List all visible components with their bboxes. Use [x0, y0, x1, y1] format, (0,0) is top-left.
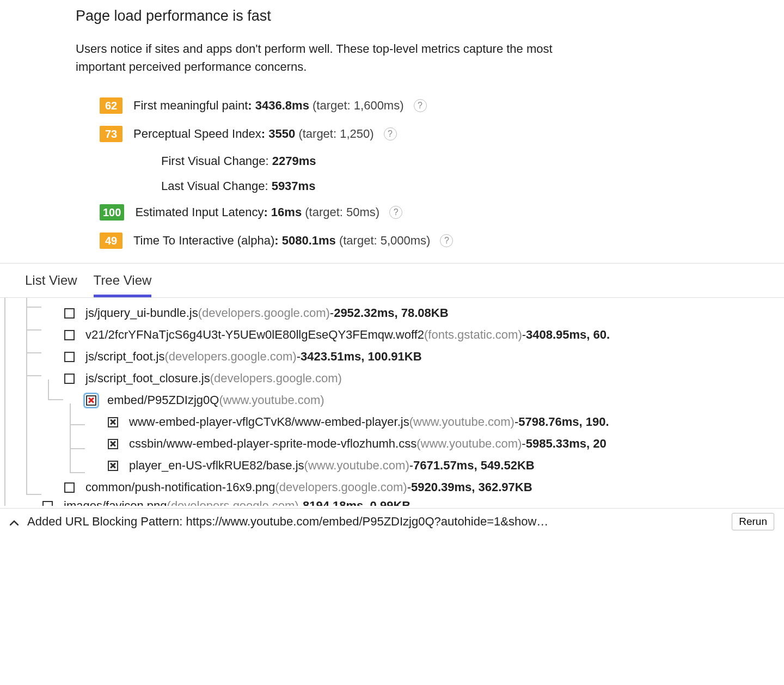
block-checkbox[interactable] [42, 501, 53, 506]
tree-row: v21/2fcrYFNaTjcS6g4U3t-Y5UEw0lE80llgEseQ… [22, 324, 784, 346]
file-path: player_en-US-vflkRUE82/base.js [129, 458, 304, 473]
block-checkbox[interactable] [64, 482, 75, 493]
metric-row: 62 First meaningful paint: 3436.8ms (tar… [100, 97, 784, 114]
help-icon[interactable]: ? [384, 127, 397, 140]
score-badge: 62 [100, 97, 122, 114]
file-domain: (developers.google.com) [165, 350, 297, 364]
block-checkbox[interactable] [108, 417, 118, 427]
tree-view-panel: js/jquery_ui-bundle.js (developers.googl… [0, 298, 784, 506]
block-checkbox[interactable] [108, 439, 118, 449]
metric-sub-row: Last Visual Change: 5937ms [100, 179, 784, 193]
file-path: images/favicon.png [64, 499, 167, 506]
tab-tree-view[interactable]: Tree View [94, 264, 152, 297]
chevron-up-icon[interactable] [10, 516, 19, 528]
metric-row: 73 Perceptual Speed Index: 3550 (target:… [100, 126, 784, 142]
block-checkbox[interactable] [86, 395, 96, 406]
tabs-bar: List View Tree View [0, 263, 784, 298]
file-domain: (fonts.gstatic.com) [424, 328, 522, 342]
file-path: cssbin/www-embed-player-sprite-mode-vflo… [129, 437, 416, 451]
file-timing: 3423.51ms, 100.91KB [301, 350, 422, 364]
metrics-list: 62 First meaningful paint: 3436.8ms (tar… [76, 97, 784, 249]
tree-row: js/script_foot.js (developers.google.com… [22, 346, 784, 368]
tree-row: images/favicon.png (developers.google.co… [22, 498, 784, 506]
file-domain: (www.youtube.com) [416, 437, 522, 451]
metric-sub-row: First Visual Change: 2279ms [100, 154, 784, 168]
score-badge: 100 [100, 204, 124, 221]
file-path: common/push-notification-16x9.png [85, 480, 275, 494]
block-checkbox[interactable] [64, 374, 75, 384]
file-domain: (developers.google.com) [198, 306, 330, 320]
score-badge: 73 [100, 126, 122, 142]
file-path: js/jquery_ui-bundle.js [85, 306, 198, 320]
tree-row: embed/P95ZDIzjg0Q (www.youtube.com) [22, 389, 784, 411]
rerun-button[interactable]: Rerun [732, 513, 774, 530]
tree-row: www-embed-player-vflgCTvK8/www-embed-pla… [22, 411, 784, 433]
metric-text: First meaningful paint: 3436.8ms (target… [133, 99, 427, 113]
page-description: Users notice if sites and apps don't per… [76, 40, 587, 76]
file-timing: 5798.76ms, 190. [518, 415, 609, 429]
file-domain: (www.youtube.com) [304, 458, 409, 473]
block-checkbox[interactable] [64, 308, 75, 319]
metric-text: Perceptual Speed Index: 3550 (target: 1,… [133, 127, 397, 141]
status-bar: Added URL Blocking Pattern: https://www.… [0, 508, 784, 535]
score-badge: 49 [100, 233, 122, 249]
tree-row: cssbin/www-embed-player-sprite-mode-vflo… [22, 433, 784, 455]
tree-row: common/push-notification-16x9.png (devel… [22, 476, 784, 498]
metric-text: Estimated Input Latency: 16ms (target: 5… [135, 205, 402, 219]
tree-row: player_en-US-vflkRUE82/base.js (www.yout… [22, 455, 784, 476]
file-path: www-embed-player-vflgCTvK8/www-embed-pla… [129, 415, 409, 429]
help-icon[interactable]: ? [414, 99, 427, 112]
file-domain: (developers.google.com) [275, 480, 407, 494]
metric-text: Time To Interactive (alpha): 5080.1ms (t… [133, 234, 453, 248]
file-domain: (www.youtube.com) [409, 415, 514, 429]
tree-row: js/jquery_ui-bundle.js (developers.googl… [22, 302, 784, 324]
file-timing: 5920.39ms, 362.97KB [411, 480, 532, 494]
status-text: Added URL Blocking Pattern: https://www.… [27, 515, 723, 529]
file-timing: 8194.18ms, 0.99KB [303, 499, 411, 506]
file-path: v21/2fcrYFNaTjcS6g4U3t-Y5UEw0lE80llgEseQ… [85, 328, 424, 342]
tree-row: js/script_foot_closure.js (developers.go… [22, 368, 784, 389]
metric-row: 100 Estimated Input Latency: 16ms (targe… [100, 204, 784, 221]
block-checkbox[interactable] [108, 461, 118, 471]
file-timing: 3408.95ms, 60. [526, 328, 610, 342]
file-timing: 2952.32ms, 78.08KB [334, 306, 448, 320]
file-path: js/script_foot.js [85, 350, 165, 364]
block-checkbox[interactable] [64, 352, 75, 362]
file-path: embed/P95ZDIzjg0Q [107, 393, 219, 407]
file-timing: 7671.57ms, 549.52KB [413, 458, 535, 473]
tab-list-view[interactable]: List View [25, 264, 77, 297]
help-icon[interactable]: ? [389, 206, 402, 219]
block-checkbox[interactable] [64, 330, 75, 340]
page-title: Page load performance is fast [76, 8, 784, 25]
metric-row: 49 Time To Interactive (alpha): 5080.1ms… [100, 233, 784, 249]
file-domain: (developers.google.com) [210, 371, 342, 386]
help-icon[interactable]: ? [440, 234, 453, 247]
file-domain: (developers.google.com) [167, 499, 299, 506]
file-timing: 5985.33ms, 20 [526, 437, 607, 451]
file-path: js/script_foot_closure.js [85, 371, 210, 386]
file-domain: (www.youtube.com) [219, 393, 324, 407]
